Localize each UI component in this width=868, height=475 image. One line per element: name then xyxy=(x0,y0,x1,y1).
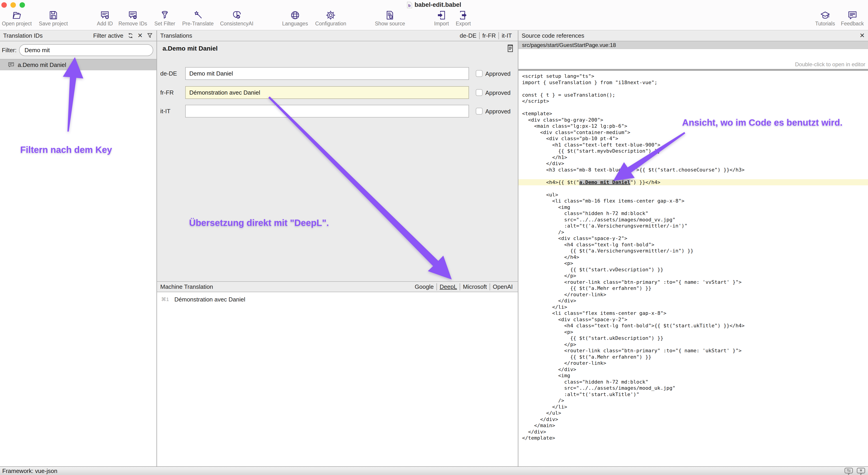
translation-ids-header: Translation IDs Filter active ✕ xyxy=(0,30,156,41)
code-line: </div> xyxy=(522,160,868,167)
code-line: src="../../assets/images/mood_uk.jpg" xyxy=(522,385,868,391)
code-line: </router-link> xyxy=(522,360,868,366)
code-line: </div> xyxy=(522,416,868,422)
provider-tab-microsoft[interactable]: Microsoft xyxy=(460,283,489,291)
mt-shortcut-badge: ⌘1 xyxy=(161,297,169,302)
toolbar-button-consistencyai[interactable]: ConsistencyAI xyxy=(220,10,253,27)
code-line: </ul> xyxy=(522,410,868,416)
language-tab-fr-fr[interactable]: fr-FR xyxy=(479,32,498,39)
save-project-icon xyxy=(48,10,59,21)
approved-checkbox-fr-fr[interactable] xyxy=(476,89,483,96)
code-line: {{ $t("start.myvbvDescription") }} xyxy=(522,148,868,154)
toolbar-button-label: Remove IDs xyxy=(119,21,147,27)
toolbar-button-import[interactable]: Import xyxy=(434,10,449,27)
translation-input-fr-fr[interactable] xyxy=(185,86,469,99)
toolbar-button-remove-ids[interactable]: Remove IDs xyxy=(119,10,147,27)
close-panel-icon[interactable]: ✕ xyxy=(860,32,865,39)
toolbar-button-export[interactable]: Export xyxy=(456,10,471,27)
minimize-window-button[interactable] xyxy=(10,2,16,8)
toolbar-button-tutorials[interactable]: Tutorials xyxy=(815,10,835,27)
bubble-wave-icon[interactable] xyxy=(843,468,854,475)
status-bar: Framework: vue-json xyxy=(0,466,868,475)
filter-input[interactable] xyxy=(19,44,153,56)
refresh-icon[interactable] xyxy=(127,32,134,39)
comment-note-icon[interactable] xyxy=(507,44,514,53)
translation-input-it-it[interactable] xyxy=(185,105,469,117)
code-line: </p> xyxy=(522,341,868,348)
pre-translate-icon xyxy=(193,10,203,21)
window-title: b babel-edit.babel xyxy=(407,1,461,8)
toolbar-button-label: Open project xyxy=(2,21,32,27)
translation-lang-label: fr-FR xyxy=(160,89,174,96)
translation-ids-title: Translation IDs xyxy=(3,32,43,39)
code-line xyxy=(522,104,868,111)
filter-funnel-icon[interactable] xyxy=(146,32,153,39)
toolbar-button-languages[interactable]: Languages xyxy=(282,10,308,27)
comment-bubble-icon xyxy=(8,62,14,68)
toolbar-button-add-id[interactable]: Add ID xyxy=(97,10,113,27)
code-line: </div> xyxy=(522,366,868,373)
toolbar-button-show-source[interactable]: Show source xyxy=(375,10,405,27)
consistency-ai-icon xyxy=(231,10,242,21)
source-code-view: <script setup lang="ts">import { useTran… xyxy=(519,71,868,466)
panel-section-divider xyxy=(519,69,868,71)
code-line: </div> xyxy=(522,298,868,304)
source-references-title: Source code references xyxy=(522,32,584,39)
code-line: </main> xyxy=(522,422,868,429)
toolbar-button-pre-translate[interactable]: Pre-Translate xyxy=(182,10,214,27)
code-line: <h4 class="text-lg font-bold">{{ $t("sta… xyxy=(522,323,868,329)
code-line: class="hidden h-72 md:block" xyxy=(522,379,868,385)
code-line: <div class="container-medium"> xyxy=(522,129,868,136)
code-line: const { t } = useTranslation(); xyxy=(522,92,868,98)
provider-tab-deepl[interactable]: DeepL xyxy=(436,283,460,291)
toolbar-button-label: Pre-Translate xyxy=(182,21,214,27)
toolbar-button-feedback[interactable]: Feedback xyxy=(841,10,864,27)
language-tabs: de-DEfr-FRit-IT xyxy=(457,32,515,39)
open-project-icon xyxy=(11,10,22,21)
mt-suggestion-row[interactable]: ⌘1Démonstration avec Daniel xyxy=(157,295,518,304)
approved-checkbox-de-de[interactable] xyxy=(476,70,483,77)
open-in-editor-hint: Double-click to open in editor xyxy=(795,61,865,68)
code-line: {{ $t("start.vvDescription") }} xyxy=(522,267,868,273)
provider-tab-openai[interactable]: OpenAI xyxy=(490,283,516,291)
code-line: <router-link class="btn-primary" :to="{ … xyxy=(522,347,868,354)
code-line: </p> xyxy=(522,273,868,279)
mt-suggestion-text: Démonstration avec Daniel xyxy=(174,296,245,303)
bubble-star-icon[interactable] xyxy=(856,468,866,475)
panel-divider-right[interactable] xyxy=(518,30,519,466)
language-tab-it-it[interactable]: it-IT xyxy=(498,32,515,39)
code-line: /> xyxy=(522,398,868,404)
toolbar-button-open-project[interactable]: Open project xyxy=(2,10,32,27)
code-line: </template> xyxy=(522,435,868,441)
clear-filter-icon[interactable]: ✕ xyxy=(137,32,143,39)
code-line: {{ $t("a.Mehr erfahren") }} xyxy=(522,354,868,360)
code-line: :alt="t('start.ukTitle')" xyxy=(522,391,868,398)
code-line: <h3 class="mb-8 text-blue-900">{{ $t("st… xyxy=(522,167,868,173)
toolbar-button-label: Show source xyxy=(375,21,405,27)
code-line: class="hidden h-72 md:block" xyxy=(522,210,868,217)
code-line: <router-link class="btn-primary" :to="{ … xyxy=(522,279,868,285)
approved-checkbox-it-it[interactable] xyxy=(476,108,483,114)
translation-id-item[interactable]: a.Demo mit Daniel xyxy=(0,60,156,70)
configuration-icon xyxy=(326,10,336,21)
annotation-filter-key: Filtern nach dem Key xyxy=(20,145,112,155)
highlighted-translation-key[interactable]: a.Demo mit Daniel xyxy=(579,179,630,185)
code-line: <img xyxy=(522,204,868,210)
toolbar-button-save-project[interactable]: Save project xyxy=(39,10,68,27)
window-title-text: babel-edit.babel xyxy=(414,1,461,8)
panel-divider-left[interactable] xyxy=(156,30,157,466)
toolbar-button-configuration[interactable]: Configuration xyxy=(315,10,346,27)
translation-id-list: a.Demo mit Daniel xyxy=(0,60,156,70)
feedback-icon xyxy=(847,10,858,21)
code-line: /> xyxy=(522,229,868,235)
source-references-header: Source code references ✕ xyxy=(519,30,868,41)
code-line: <li class="flex items-center gap-x-8"> xyxy=(522,310,868,316)
toolbar-button-set-filter[interactable]: Set Filter xyxy=(154,10,175,27)
zoom-window-button[interactable] xyxy=(20,2,25,8)
translation-input-de-de[interactable] xyxy=(185,67,469,80)
provider-tab-google[interactable]: Google xyxy=(412,283,436,291)
language-tab-de-de[interactable]: de-DE xyxy=(457,32,479,39)
code-line: <img xyxy=(522,372,868,379)
source-reference-item[interactable]: src/pages/start/GuestStartPage.vue:18 xyxy=(519,41,868,49)
close-window-button[interactable] xyxy=(1,2,7,8)
